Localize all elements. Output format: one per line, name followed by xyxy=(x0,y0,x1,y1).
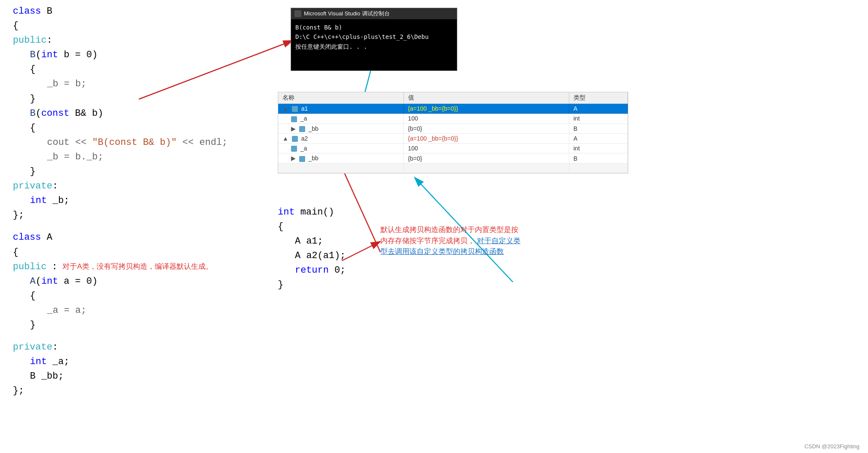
debug-empty-row xyxy=(278,163,628,173)
debug-name-a2: ▲ a2 xyxy=(278,133,403,143)
debug-name-a1: ▲ a1 xyxy=(278,104,403,114)
annotation-line3: 型去调用该自定义类型的拷贝构造函数 xyxy=(380,246,521,257)
debug-table-header: 名称 值 类型 xyxy=(278,92,628,104)
code-line-brace1: { xyxy=(13,19,278,33)
row-icon xyxy=(291,116,297,122)
arrow-main-to-annotation xyxy=(342,241,380,261)
main-line-brace1: { xyxy=(278,220,346,234)
code-line-brace6: }; xyxy=(13,208,278,223)
code-line-constructor-a-default: A(int a = 0) xyxy=(30,274,278,289)
main-code-panel: int main() { A a1; A a2(a1); return 0; } xyxy=(278,205,346,293)
code-line-brace4: { xyxy=(30,121,278,135)
debug-name-a2-bb: ▶ _bb xyxy=(278,153,403,163)
console-window: Microsoft Visual Studio 调试控制台 B(const B&… xyxy=(291,8,457,71)
code-line-brace9: } xyxy=(30,318,278,332)
main-line-a2: A a2(a1); xyxy=(295,249,346,263)
debug-watch-table: 名称 值 类型 ▲ a1 {a=100 _bb={b=0}} A _a xyxy=(278,92,628,174)
code-line-brace7: { xyxy=(13,245,278,260)
main-line-a1: A a1; xyxy=(295,234,346,249)
code-line-brace3: } xyxy=(30,92,278,106)
debug-type-a1: A xyxy=(569,104,627,114)
col-name: 名称 xyxy=(278,92,403,104)
code-line-int-b: int _b; xyxy=(30,194,278,208)
debug-value-a1: {a=100 _bb={b=0}} xyxy=(403,104,569,114)
col-value: 值 xyxy=(403,92,569,104)
code-line-brace10: }; xyxy=(13,384,278,398)
code-line-copy-constructor-b: B(const B& b) xyxy=(30,106,278,121)
code-line-int-a: int _a; xyxy=(30,355,278,369)
console-line2: D:\C C++\c++\cplus-plus\test_2_6\Debu xyxy=(295,32,453,41)
code-line-brace8: { xyxy=(30,289,278,303)
debug-value-a2-bb: {b=0} xyxy=(403,153,569,163)
debug-row-a2[interactable]: ▲ a2 {a=100 _bb={b=0}} A xyxy=(278,133,628,143)
debug-table: 名称 值 类型 ▲ a1 {a=100 _bb={b=0}} A _a xyxy=(278,92,628,173)
debug-type-a2-bb: B xyxy=(569,153,627,163)
code-line-cout: cout << "B(const B& b)" << endl; xyxy=(47,135,278,150)
debug-row-a2-a[interactable]: _a 100 int xyxy=(278,144,628,153)
debug-value-a2-a: 100 xyxy=(403,144,569,153)
row-icon xyxy=(291,146,297,152)
code-line-brace5: } xyxy=(30,165,278,179)
footer: CSDN @2023Fighting xyxy=(804,443,859,450)
code-line-brace2: { xyxy=(30,62,278,77)
main-line-func: int main() xyxy=(278,205,346,220)
debug-name-a2-a: _a xyxy=(278,144,403,153)
debug-name-a1-a: _a xyxy=(278,114,403,124)
main-line-return: return 0; xyxy=(295,263,346,278)
code-line-b-assign: _b = b; xyxy=(47,77,278,91)
code-line-private1: private: xyxy=(13,179,278,194)
debug-row-a2-bb[interactable]: ▶ _bb {b=0} B xyxy=(278,153,628,163)
code-line-class-b: class B xyxy=(13,4,278,19)
expand-icon: ▶ xyxy=(291,155,296,162)
debug-type-a2-a: int xyxy=(569,144,627,153)
expand-icon: ▲ xyxy=(282,135,288,142)
code-line-b-copy-assign: _b = b._b; xyxy=(47,150,278,165)
console-icon xyxy=(294,10,301,17)
expand-icon: ▲ xyxy=(282,105,288,112)
annotation-class-a: 对于A类，没有写拷贝构造，编译器默认生成。 xyxy=(62,261,212,272)
annotation-line2: 内存存储按字节序完成拷贝， 对于自定义类 xyxy=(380,235,521,247)
annotation-line1: 默认生成拷贝构造函数的对于内置类型是按 xyxy=(380,224,521,235)
debug-type-a2: A xyxy=(569,133,627,143)
debug-name-a1-bb: ▶ _bb xyxy=(278,124,403,133)
debug-row-a1-bb[interactable]: ▶ _bb {b=0} B xyxy=(278,124,628,133)
console-line3: 按任意键关闭此窗口. . . xyxy=(295,42,453,51)
main-line-brace2: } xyxy=(278,278,346,292)
row-icon xyxy=(299,156,305,162)
debug-row-a1[interactable]: ▲ a1 {a=100 _bb={b=0}} A xyxy=(278,104,628,114)
console-title: Microsoft Visual Studio 调试控制台 xyxy=(304,10,390,18)
debug-value-a2: {a=100 _bb={b=0}} xyxy=(403,133,569,143)
code-line-a-assign: _a = a; xyxy=(47,303,278,318)
code-line-public2: public: 对于A类，没有写拷贝构造，编译器默认生成。 xyxy=(13,260,278,274)
debug-type-a1-a: int xyxy=(569,114,627,124)
expand-icon: ▶ xyxy=(291,125,296,132)
code-line-class-a: class A xyxy=(13,230,278,245)
code-line-private2: private: xyxy=(13,340,278,355)
footer-text: CSDN @2023Fighting xyxy=(804,443,859,450)
debug-value-a1-bb: {b=0} xyxy=(403,124,569,133)
row-icon xyxy=(299,126,305,132)
debug-type-a1-bb: B xyxy=(569,124,627,133)
debug-value-a1-a: 100 xyxy=(403,114,569,124)
code-line-public1: public: xyxy=(13,33,278,48)
col-type: 类型 xyxy=(569,92,627,104)
console-titlebar: Microsoft Visual Studio 调试控制台 xyxy=(291,8,457,19)
console-body: B(const B& b) D:\C C++\c++\cplus-plus\te… xyxy=(291,19,457,71)
annotation-main-explanation: 默认生成拷贝构造函数的对于内置类型是按 内存存储按字节序完成拷贝， 对于自定义类… xyxy=(380,224,521,257)
row-icon xyxy=(292,136,298,142)
debug-row-a1-a[interactable]: _a 100 int xyxy=(278,114,628,124)
row-icon xyxy=(292,106,298,112)
console-line1: B(const B& b) xyxy=(295,23,453,32)
code-line-constructor-b-default: B(int b = 0) xyxy=(30,48,278,62)
left-code-panel: class B { public: B(int b = 0) { _b = b;… xyxy=(13,4,278,398)
code-line-b-bb: B _bb; xyxy=(30,369,278,384)
